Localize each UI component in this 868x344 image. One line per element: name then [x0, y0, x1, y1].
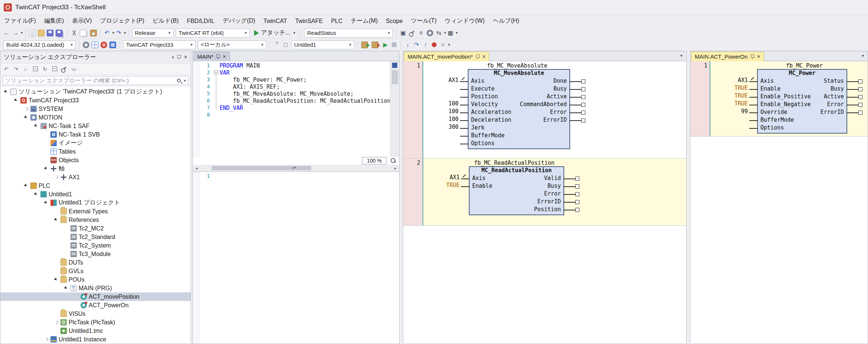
build-version-combo[interactable]: Build 4024.32 (Loaded)▾ [3, 40, 76, 49]
collapse-all-icon[interactable] [50, 65, 59, 73]
menu-help[interactable]: ヘルプ(H) [489, 15, 523, 27]
tab-list-caret-icon[interactable]: ▾ [680, 53, 683, 58]
menu-file[interactable]: ファイル(F) [0, 15, 40, 27]
tree-item-axes[interactable]: 軸 [0, 164, 191, 173]
toolbar-options-caret-icon[interactable]: ▾ [448, 42, 450, 47]
save-all-icon[interactable] [56, 30, 62, 36]
fb-operand[interactable]: TRUE [710, 100, 748, 108]
chevron-expanded-icon[interactable] [13, 97, 20, 104]
tree-item-duts[interactable]: DUTs [0, 258, 191, 267]
fb-operand[interactable]: TRUE [710, 85, 748, 92]
pin-icon[interactable] [476, 54, 480, 59]
tree-item-pous[interactable]: POUs [0, 275, 191, 284]
tree-item-tc2-mc2[interactable]: Tc2_MC2 [0, 224, 191, 233]
fbd-network-1[interactable]: 1 fb_MC_Power MC_Power Axis Enable Enabl… [690, 61, 868, 137]
zoom-icon[interactable] [390, 158, 396, 164]
tree-item-tc3-module[interactable]: Tc3_Module [0, 250, 191, 258]
fb-input-pin[interactable]: Enable [760, 85, 811, 93]
copy-icon[interactable] [80, 30, 86, 36]
breakpoint-icon[interactable] [432, 42, 437, 47]
properties-window-icon[interactable] [408, 29, 417, 37]
fb-input-pin[interactable]: Enable_Positive [760, 93, 811, 101]
step-over-icon[interactable]: ↷ [412, 40, 421, 49]
declaration-code-area[interactable]: PROGRAM MAIN VAR fb_MC_Power: MC_Power; … [220, 61, 390, 157]
fb-instance-name[interactable]: fb_MC_MoveAbsolute [487, 62, 548, 69]
fb-input-pin[interactable]: Override [760, 109, 811, 117]
scrollbar-thumb[interactable] [212, 166, 311, 170]
config-mode-icon[interactable] [109, 42, 116, 48]
menu-debug[interactable]: デバッグ(D) [218, 15, 259, 27]
tree-item-objects[interactable]: Objects [0, 156, 191, 164]
fbd-empty-area[interactable] [403, 226, 686, 344]
tab-list-caret-icon[interactable]: ▾ [862, 53, 864, 58]
fb-output-pin[interactable]: Busy [821, 85, 844, 93]
fb-input-pin[interactable]: Enable_Negative [760, 101, 811, 109]
tree-item-system[interactable]: SYSTEM [0, 105, 191, 113]
nav-history-caret-icon[interactable]: ▾ [21, 30, 23, 35]
tab-main-act-moveposition[interactable]: MAIN.ACT_movePosition* × [404, 52, 489, 61]
menu-project[interactable]: プロジェクト(P) [96, 15, 149, 27]
tab-main[interactable]: MAIN* × [194, 52, 230, 61]
compare-icon[interactable]: ⇆ [434, 29, 443, 37]
readstatus-combo[interactable]: ReadStatus▾ [304, 29, 393, 37]
fb-input-pin[interactable]: Axis [760, 78, 811, 85]
fb-operand[interactable]: AX1 [423, 77, 458, 85]
search-input[interactable]: ソリューション エクスプローラー の検索 (Ctrl+;) ▾ [3, 76, 188, 85]
nav-back-icon[interactable]: ← [2, 29, 11, 37]
vertical-scrollbar[interactable] [390, 61, 399, 157]
fb-operand[interactable]: 100 [423, 100, 458, 108]
fb-output-pin[interactable]: Error [520, 109, 567, 117]
fb-output-pin[interactable]: Valid [534, 175, 561, 183]
close-icon[interactable]: × [223, 54, 226, 59]
menu-twincat[interactable]: TwinCAT [259, 15, 291, 27]
tree-item-visus[interactable]: VISUs [0, 309, 191, 318]
close-icon[interactable]: × [757, 54, 760, 59]
fb-input-pin[interactable]: BufferMode [471, 132, 511, 140]
chevron-expanded-icon[interactable] [33, 191, 40, 198]
refresh-icon[interactable]: ↻ [40, 65, 49, 73]
tree-item-twincat-project[interactable]: TwinCAT Project33 [0, 96, 191, 105]
pin-icon[interactable] [177, 55, 181, 60]
menu-window[interactable]: ウィンドウ(W) [441, 15, 489, 27]
fb-block-mc-readactualposition[interactable]: MC_ReadActualPosition Axis Enable Valid … [469, 166, 564, 215]
menu-build[interactable]: ビルド(B) [148, 15, 183, 27]
solution-platform-combo[interactable]: TwinCAT RT (x64)▾ [176, 29, 250, 37]
tree-item-tc2-system[interactable]: Tc2_System [0, 241, 191, 250]
fbd-empty-area[interactable] [690, 137, 868, 344]
fb-input-pin[interactable]: Execute [471, 85, 511, 93]
fb-instance-name[interactable]: fb_MC_ReadActualPosition [474, 160, 555, 166]
scroll-right-icon[interactable]: ▸ [392, 166, 399, 171]
menu-twinsafe[interactable]: TwinSAFE [291, 15, 327, 27]
tree-item-untitled1[interactable]: Untitled1 [0, 190, 191, 199]
chevron-expanded-icon[interactable] [33, 123, 40, 130]
chevron-expanded-icon[interactable] [3, 89, 10, 95]
fb-operand[interactable]: 100 [423, 116, 458, 124]
task-list-icon[interactable]: ≡ [417, 29, 425, 37]
start-icon[interactable]: ▶ [381, 40, 390, 49]
tree-item-solution[interactable]: ソリューション 'TwinCAT Project33' (1 プロジェクト) [0, 88, 191, 96]
fb-output-pin[interactable]: Position [534, 206, 561, 214]
fb-operand[interactable]: 100 [423, 108, 458, 116]
scrollbar-thumb[interactable] [392, 70, 398, 84]
fb-output-pin[interactable]: CommandAborted [520, 101, 567, 109]
chevron-expanded-icon[interactable] [63, 285, 70, 292]
solution-explorer-icon[interactable]: ▣ [399, 29, 408, 37]
tree-item-act-poweron[interactable]: ACT_PowerOn [0, 301, 191, 309]
chevron-expanded-icon[interactable] [43, 200, 50, 206]
compare-caret-icon[interactable]: ▾ [444, 30, 446, 35]
horizontal-scrollbar[interactable]: ◂ ▴▾ ▸ [193, 165, 399, 171]
fb-input-pin[interactable]: Acceleration [471, 109, 511, 117]
menu-view[interactable]: 表示(V) [68, 15, 96, 27]
tree-item-act-moveposition[interactable]: ACT_movePosition [0, 292, 191, 301]
fbd-canvas[interactable]: 1 fb_MC_Power MC_Power Axis Enable Enabl… [690, 61, 868, 344]
fb-output-pin[interactable]: Status [821, 78, 844, 85]
cut-icon[interactable] [71, 30, 78, 36]
splitter-grip-icon[interactable]: ▴▾ [292, 166, 296, 169]
fb-input-pin[interactable]: Axis [471, 78, 511, 85]
grid-icon[interactable]: ▦ [446, 29, 455, 37]
chevron-collapsed-icon[interactable] [23, 106, 30, 112]
login-icon[interactable] [361, 42, 368, 48]
chevron-collapsed-icon[interactable] [53, 174, 60, 181]
paste-icon[interactable] [90, 30, 97, 36]
tree-item-image[interactable]: イメージ [0, 139, 191, 147]
